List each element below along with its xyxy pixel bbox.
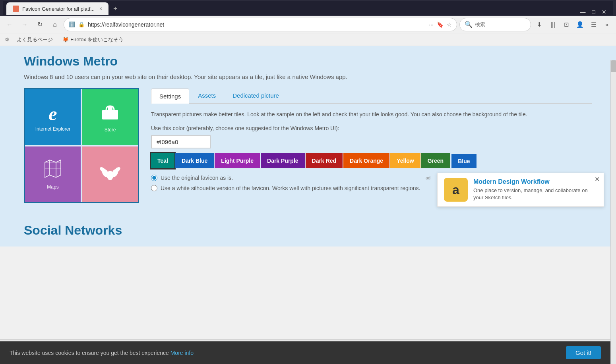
- ad-content: Modern Design Workflow One place to vers…: [473, 178, 597, 201]
- swatch-blue[interactable]: Blue: [451, 154, 476, 168]
- swatch-teal[interactable]: Teal: [151, 153, 174, 168]
- swatch-darkblue[interactable]: Dark Blue: [175, 153, 214, 168]
- active-tab[interactable]: Favicon Generator for all platf... ×: [6, 2, 108, 15]
- ad-close-button[interactable]: ✕: [595, 175, 600, 183]
- swatch-lightpurple[interactable]: Light Purple: [215, 153, 260, 168]
- color-input[interactable]: [151, 135, 211, 148]
- cookie-more-info-link[interactable]: More info: [170, 350, 194, 356]
- maximize-button[interactable]: □: [592, 9, 595, 15]
- bookmark-label: よく見るページ: [17, 36, 53, 43]
- navigation-bar: ← → ↻ ⌂ ℹ️ 🔒 ··· 🔖 ☆ 🔍 ⬇ ||| ⊡ 👤 ☰ »: [0, 16, 616, 33]
- scrollbar-thumb[interactable]: [611, 60, 616, 72]
- tab-title: Favicon Generator for all platf...: [22, 6, 95, 12]
- radio-silhouette-input[interactable]: [151, 185, 157, 191]
- cookie-text: This website uses cookies to ensure you …: [10, 350, 194, 356]
- window-controls: — □ ✕: [580, 9, 610, 15]
- store-icon: [101, 102, 120, 125]
- settings-tabs: Settings Assets Dedicated picture: [151, 88, 592, 104]
- bookmark-label: Firefox を使いこなそう: [70, 36, 124, 43]
- page-content: Windows Metro Windows 8 and 10 users can…: [0, 46, 616, 247]
- radio-original-input[interactable]: [151, 175, 157, 181]
- reader-view-icon[interactable]: ⊡: [560, 19, 572, 31]
- maps-icon: [43, 159, 62, 183]
- ad-description: One place to version, manage, and collab…: [473, 187, 597, 201]
- cookie-banner: This website uses cookies to ensure you …: [0, 341, 610, 364]
- home-button[interactable]: ⌂: [48, 18, 61, 31]
- library-icon[interactable]: |||: [547, 19, 559, 31]
- search-input[interactable]: [475, 21, 523, 27]
- sync-icon[interactable]: 👤: [574, 19, 586, 31]
- tab-dedicated-picture[interactable]: Dedicated picture: [225, 88, 287, 103]
- more-options-icon[interactable]: ···: [429, 21, 434, 28]
- radio-silhouette-label: Use a white silhouette version of the fa…: [161, 185, 420, 191]
- windows-metro-description: Windows 8 and 10 users can pin your web …: [24, 73, 592, 80]
- search-box[interactable]: 🔍: [459, 18, 531, 31]
- back-button[interactable]: ←: [3, 18, 16, 31]
- svg-rect-1: [108, 106, 112, 111]
- ad-icon: a: [444, 178, 468, 202]
- bookmarks-bar: ⚙ よく見るページ 🦊 Firefox を使いこなそう: [0, 33, 616, 46]
- bookmark-icon[interactable]: 🔖: [437, 21, 444, 28]
- forward-button[interactable]: →: [18, 18, 31, 31]
- ie-icon: e: [48, 103, 57, 125]
- menu-icon[interactable]: ☰: [587, 19, 599, 31]
- tile-ie-label: Internet Explorer: [35, 126, 71, 132]
- lotus-icon: [100, 161, 120, 186]
- swatch-darkpurple[interactable]: Dark Purple: [261, 153, 305, 168]
- firefox-icon: 🦊: [62, 37, 69, 42]
- tile-maps: Maps: [25, 146, 81, 202]
- ad-title: Modern Design Workflow: [473, 178, 597, 185]
- ad-label: ad: [426, 175, 430, 180]
- swatch-darkred[interactable]: Dark Red: [306, 153, 343, 168]
- radio-original-label: Use the original favicon as is.: [161, 175, 233, 181]
- vertical-scrollbar[interactable]: [610, 60, 616, 364]
- nav-right-icons: ⬇ ||| ⊡ 👤 ☰ »: [533, 19, 613, 31]
- expand-icon[interactable]: »: [601, 19, 613, 31]
- address-bar[interactable]: ℹ️ 🔒 ··· 🔖 ☆: [64, 18, 457, 31]
- instruction-text: Transparent pictures make better tiles. …: [151, 110, 592, 119]
- color-swatches: Teal Dark Blue Light Purple Dark Purple …: [151, 153, 592, 168]
- secure-icon: ℹ️: [69, 21, 75, 27]
- tab-settings[interactable]: Settings: [151, 89, 189, 104]
- tab-favicon: [13, 6, 19, 12]
- swatch-yellow[interactable]: Yellow: [390, 153, 420, 168]
- windows-metro-title: Windows Metro: [24, 54, 592, 69]
- bookmark-firefox[interactable]: 🦊 Firefox を使いこなそう: [60, 35, 126, 44]
- social-networks-section: Social Networks: [0, 215, 616, 247]
- color-label: Use this color (preferably, choose one s…: [151, 125, 592, 131]
- new-tab-button[interactable]: +: [110, 2, 121, 15]
- address-bar-icons: ··· 🔖 ☆: [429, 21, 452, 28]
- tile-store: Store: [82, 89, 138, 145]
- refresh-button[interactable]: ↻: [33, 18, 46, 31]
- tile-store-label: Store: [105, 127, 116, 133]
- cookie-message: This website uses cookies to ensure you …: [10, 350, 169, 356]
- tab-assets[interactable]: Assets: [190, 88, 224, 103]
- social-networks-title: Social Networks: [24, 223, 592, 238]
- ad-banner: ad a Modern Design Workflow One place to…: [437, 173, 604, 207]
- search-icon: 🔍: [465, 21, 473, 28]
- address-input[interactable]: [88, 21, 426, 28]
- download-icon[interactable]: ⬇: [533, 19, 545, 31]
- tiles-preview: e Internet Explorer Store: [24, 88, 139, 203]
- cookie-accept-button[interactable]: Got it!: [566, 346, 601, 359]
- minimize-button[interactable]: —: [580, 9, 586, 15]
- browser-chrome: Favicon Generator for all platf... × + —…: [0, 0, 616, 46]
- tile-maps-label: Maps: [47, 184, 58, 190]
- star-icon[interactable]: ☆: [447, 21, 452, 28]
- swatch-darkorange[interactable]: Dark Orange: [343, 153, 389, 168]
- swatch-green[interactable]: Green: [421, 153, 450, 168]
- bookmark-common-pages[interactable]: よく見るページ: [14, 35, 55, 44]
- gear-icon: ⚙: [5, 37, 10, 42]
- lock-icon: 🔒: [78, 21, 85, 27]
- tile-ie: e Internet Explorer: [25, 89, 81, 145]
- tab-close-button[interactable]: ×: [99, 6, 102, 12]
- svg-rect-0: [102, 110, 118, 119]
- tile-lotus: [82, 146, 138, 202]
- title-bar: Favicon Generator for all platf... × + —…: [0, 0, 616, 16]
- close-button[interactable]: ✕: [602, 9, 606, 15]
